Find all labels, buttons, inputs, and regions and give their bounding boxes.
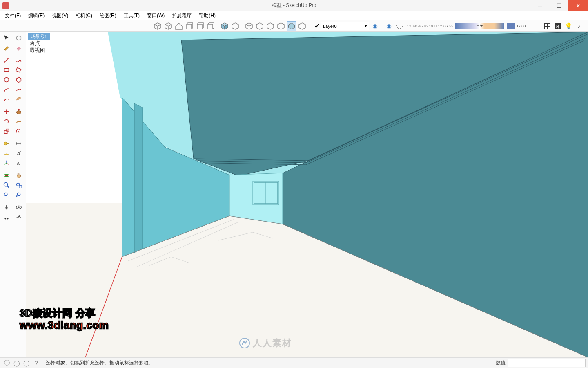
grid-icon[interactable] xyxy=(542,21,552,31)
dimension-tool[interactable] xyxy=(13,139,24,148)
menu-camera[interactable]: 相机(C) xyxy=(73,12,95,19)
cube2-icon[interactable] xyxy=(195,21,205,31)
layer-globe-icon[interactable]: ◉ xyxy=(370,21,380,31)
box-icon[interactable] xyxy=(153,21,163,31)
style2-icon[interactable] xyxy=(255,21,265,31)
svg-point-64 xyxy=(6,205,8,207)
shadow-diamond-icon[interactable] xyxy=(394,21,404,31)
shaded2-icon[interactable] xyxy=(230,21,240,31)
month-ruler[interactable]: 123456789101112 xyxy=(407,24,442,28)
svg-line-54 xyxy=(4,163,7,165)
style5-icon[interactable] xyxy=(287,21,296,31)
orbit-tool[interactable] xyxy=(1,171,12,180)
shaded-icon[interactable] xyxy=(220,21,229,31)
view-mode-label: 两点 透视图 xyxy=(29,40,45,54)
status-user-icon[interactable]: ◯ xyxy=(12,359,21,368)
time-slider[interactable]: 中午 xyxy=(455,23,504,29)
tape-tool[interactable] xyxy=(1,139,12,148)
position-camera-tool[interactable] xyxy=(1,203,12,212)
layer-select[interactable]: Layer0▾ xyxy=(321,22,369,30)
text-tool[interactable]: A xyxy=(13,149,24,158)
note-icon[interactable]: ♪ xyxy=(574,21,584,31)
window-title: 模型 - SketchUp Pro xyxy=(272,2,316,9)
svg-rect-7 xyxy=(548,27,550,29)
sun-icon[interactable]: ◉ xyxy=(384,21,394,31)
style3-icon[interactable] xyxy=(265,21,275,31)
menu-window[interactable]: 窗口(W) xyxy=(145,12,167,19)
arc2-tool[interactable] xyxy=(13,85,24,94)
text3d-tool[interactable]: A xyxy=(13,159,24,168)
arc3-tool[interactable] xyxy=(1,95,12,104)
layer-value: Layer0 xyxy=(323,24,337,29)
arc-tool[interactable] xyxy=(1,85,12,94)
status-value-input[interactable] xyxy=(508,359,586,367)
look-around-tool[interactable] xyxy=(13,203,24,212)
component-tool[interactable] xyxy=(13,34,24,43)
svg-point-66 xyxy=(18,206,20,208)
toolbar: ✔ Layer0▾ ◉ ◉ 123456789101112 06:55 中午 1… xyxy=(0,20,588,32)
viewport[interactable] xyxy=(26,32,588,357)
walk-tool[interactable] xyxy=(1,213,12,222)
layer-checkmark-icon[interactable]: ✔ xyxy=(314,23,320,29)
rectangle-tool[interactable] xyxy=(1,65,12,74)
status-help-icon[interactable]: ? xyxy=(32,359,41,368)
svg-rect-4 xyxy=(545,24,547,26)
menu-extensions[interactable]: 扩展程序 xyxy=(169,12,194,19)
followme-tool[interactable] xyxy=(13,117,24,126)
protractor-tool[interactable] xyxy=(1,149,12,158)
section-tool[interactable] xyxy=(13,213,24,222)
menu-file[interactable]: 文件(F) xyxy=(2,12,23,19)
house-icon[interactable] xyxy=(174,21,184,31)
svg-text:A: A xyxy=(17,151,20,156)
status-globe-icon[interactable]: ◯ xyxy=(22,359,31,368)
offset-tool[interactable] xyxy=(13,127,24,136)
pushpull-tool[interactable] xyxy=(13,107,24,116)
status-info-icon[interactable]: ⓘ xyxy=(2,359,11,368)
eraser-tool[interactable] xyxy=(13,43,24,52)
menu-help[interactable]: 帮助(H) xyxy=(196,12,218,19)
scene-tab[interactable]: 场景号1 xyxy=(28,33,50,40)
cube1-icon[interactable] xyxy=(185,21,194,31)
cube3-icon[interactable] xyxy=(206,21,216,31)
eco-icon[interactable]: 环 xyxy=(553,21,563,31)
window-controls: ─ ☐ ✕ xyxy=(531,0,588,11)
menu-tools[interactable]: 工具(T) xyxy=(121,12,142,19)
move-tool[interactable] xyxy=(1,107,12,116)
minimize-button[interactable]: ─ xyxy=(531,0,550,11)
style1-icon[interactable] xyxy=(244,21,254,31)
zoom-prev-tool[interactable] xyxy=(13,191,24,200)
box2-icon[interactable] xyxy=(163,21,173,31)
svg-point-41 xyxy=(4,78,9,82)
menu-draw[interactable]: 绘图(R) xyxy=(97,12,119,19)
freehand-tool[interactable] xyxy=(13,56,24,65)
statusbar: ⓘ ◯ ◯ ? 选择对象。切换到扩充选择。拖动鼠标选择多项。 数值 xyxy=(0,357,588,368)
style4-icon[interactable] xyxy=(276,21,286,31)
rotated-rect-tool[interactable] xyxy=(13,65,24,74)
status-message: 选择对象。切换到扩充选择。拖动鼠标选择多项。 xyxy=(46,359,154,366)
rotate-tool[interactable] xyxy=(1,117,12,126)
axes-tool[interactable] xyxy=(1,159,12,168)
line-tool[interactable] xyxy=(1,56,12,65)
svg-point-68 xyxy=(7,218,9,220)
pie-tool[interactable] xyxy=(13,95,24,104)
svg-point-42 xyxy=(4,100,5,101)
svg-rect-61 xyxy=(19,186,22,188)
status-value-label: 数值 xyxy=(496,359,508,366)
select-tool[interactable] xyxy=(1,34,12,43)
zoom-window-tool[interactable] xyxy=(13,181,24,190)
pan-tool[interactable] xyxy=(13,171,24,180)
zoom-tool[interactable] xyxy=(1,181,12,190)
close-button[interactable]: ✕ xyxy=(568,0,588,11)
svg-marker-23 xyxy=(134,103,143,253)
maximize-button[interactable]: ☐ xyxy=(550,0,568,11)
scale-tool[interactable] xyxy=(1,127,12,136)
polygon-tool[interactable] xyxy=(13,75,24,84)
menu-view[interactable]: 视图(V) xyxy=(49,12,71,19)
circle-tool[interactable] xyxy=(1,75,12,84)
style6-icon[interactable] xyxy=(297,21,307,31)
menu-edit[interactable]: 编辑(E) xyxy=(26,12,47,19)
paint-tool[interactable] xyxy=(1,43,12,52)
zoom-extents-tool[interactable] xyxy=(1,191,12,200)
svg-rect-6 xyxy=(545,27,547,29)
lightbulb-icon[interactable]: 💡 xyxy=(564,21,573,31)
